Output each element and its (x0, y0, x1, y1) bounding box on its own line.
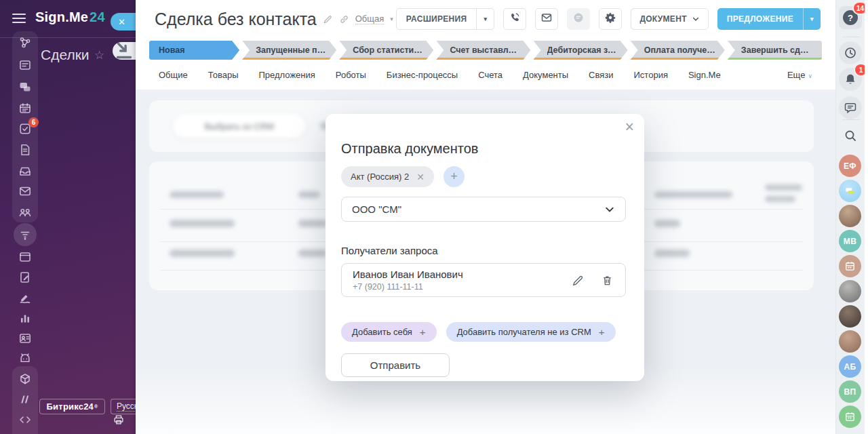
messenger-button[interactable] (839, 96, 862, 119)
menu-icon[interactable] (12, 14, 26, 23)
document-chip: Акт (Россия) 2 ✕ (341, 166, 434, 187)
favorite-star-icon[interactable]: ☆ (94, 48, 104, 62)
tab-1[interactable]: Общие (159, 70, 188, 80)
tasks-icon[interactable]: 6 (18, 122, 32, 136)
notifications-button[interactable]: 1 (839, 68, 862, 91)
document-button[interactable]: ДОКУМЕНТ (631, 8, 708, 30)
document-chips: Акт (Россия) 2 ✕ + (341, 166, 465, 187)
link-icon[interactable] (339, 14, 349, 24)
avatar-initials[interactable]: АБ (839, 355, 861, 378)
close-icon[interactable]: × (625, 119, 634, 135)
tab-2[interactable]: Товары (208, 70, 239, 80)
avatar-initials[interactable]: МВ (839, 230, 861, 252)
close-slider-button[interactable]: ✕ (111, 13, 136, 31)
document-label: ДОКУМЕНТ (639, 14, 686, 24)
printer-icon[interactable] (113, 414, 125, 426)
bitrix24-logo-button[interactable]: Битрикс24® (39, 399, 105, 414)
calendar-icon[interactable] (18, 102, 32, 115)
tab-10[interactable]: Sign.Me (688, 70, 721, 80)
blurred-cell (298, 220, 327, 227)
signature-icon[interactable] (18, 291, 32, 304)
chat-lines-icon (844, 101, 857, 115)
messenger-avatar[interactable] (839, 180, 861, 202)
collapse-icon (113, 39, 136, 62)
avatar-initials[interactable]: ВП (839, 380, 861, 403)
edit-recipient-icon[interactable] (572, 274, 585, 287)
sites-icon[interactable] (18, 250, 32, 264)
analytics-icon[interactable] (18, 311, 32, 325)
drive-icon[interactable] (18, 164, 32, 178)
offer-button[interactable]: ПРЕДЛОЖЕНИЕ ▾ (717, 8, 821, 30)
add-self-button[interactable]: Добавить себя+ (341, 322, 437, 342)
settings-button[interactable] (599, 8, 622, 30)
tab-more[interactable]: Еще∨ (787, 70, 812, 80)
stage-1[interactable]: Новая (149, 41, 239, 60)
clock-icon (844, 46, 857, 60)
add-external-recipient-button[interactable]: Добавить получателя не из CRM+ (446, 322, 616, 342)
help-button[interactable]: ? 14 (839, 6, 862, 29)
extensions-button[interactable]: РАСШИРЕНИЯ ▾ (396, 8, 495, 30)
edit-title-icon[interactable] (323, 14, 333, 24)
offer-dropdown[interactable]: ▾ (803, 8, 821, 30)
avatar-photo[interactable] (839, 330, 861, 353)
stage-6[interactable]: Оплата получена, по... (631, 41, 725, 60)
add-document-button[interactable]: + (443, 166, 465, 187)
marketing-icon[interactable] (18, 393, 32, 406)
company-select[interactable]: ООО "СМ" (341, 197, 626, 222)
contacts-icon[interactable] (18, 332, 32, 345)
extensions-dropdown[interactable]: ▾ (476, 9, 494, 29)
page-title: Сделки (41, 47, 90, 63)
chat-disabled-icon (572, 12, 585, 26)
chat-icon[interactable] (18, 81, 32, 94)
settings-icon (604, 12, 616, 26)
tab-3[interactable]: Предложения (258, 70, 315, 80)
mail-button[interactable] (535, 8, 558, 30)
document-icon[interactable] (18, 143, 32, 157)
tab-4[interactable]: Роботы (336, 70, 366, 80)
avatar-initials[interactable]: ЕФ (839, 155, 861, 177)
time-tracking-button[interactable] (839, 41, 862, 64)
apps-icon[interactable] (18, 372, 32, 386)
avatar-photo[interactable] (839, 205, 861, 227)
doc-edit-icon[interactable] (18, 271, 32, 284)
delete-recipient-icon[interactable] (601, 274, 614, 287)
language-selector[interactable]: Русск (111, 399, 136, 414)
avatar-photo[interactable] (839, 280, 861, 302)
collapse-panel-button[interactable] (113, 42, 136, 60)
chevron-down-icon (604, 204, 615, 215)
search-button[interactable] (839, 124, 862, 147)
calendar-avatar[interactable] (839, 255, 861, 277)
tab-9[interactable]: История (634, 70, 668, 80)
stage-7[interactable]: Завершить сделку (728, 41, 822, 60)
tab-5[interactable]: Бизнес-процессы (387, 70, 458, 80)
mail-icon[interactable] (18, 184, 32, 198)
community-icon[interactable] (18, 36, 32, 50)
stage-label: Новая (159, 45, 194, 55)
blurred-column-header (765, 196, 795, 202)
language-label: Русск (117, 401, 136, 412)
offer-label: ПРЕДЛОЖЕНИЕ (717, 14, 803, 24)
select-from-crm-button[interactable]: Выбрать из CRM (173, 114, 306, 138)
brand-suffix: 24 (90, 9, 105, 24)
brand-name: Sign.Me (35, 9, 88, 24)
send-button[interactable]: Отправить (341, 353, 450, 377)
people-icon[interactable] (18, 205, 32, 219)
automation-icon[interactable] (18, 352, 32, 366)
pipeline-category[interactable]: Общая (355, 14, 384, 24)
tab-7[interactable]: Документы (523, 70, 568, 80)
calendar-avatar[interactable] (839, 406, 861, 428)
stage-2[interactable]: Запущенные проекты (242, 41, 336, 60)
stage-3[interactable]: Сбор статистики, по... (339, 41, 433, 60)
remove-chip-icon[interactable]: ✕ (416, 172, 425, 182)
stage-4[interactable]: Счет выставлен, ожи... (436, 41, 530, 60)
tab-8[interactable]: Связи (589, 70, 613, 80)
crm-funnel-icon[interactable] (18, 228, 32, 241)
recipient-phone: +7 (920) 111-11-11 (353, 282, 423, 292)
feed-icon[interactable] (18, 58, 32, 72)
phone-button[interactable] (503, 8, 526, 30)
avatar-photo[interactable] (839, 305, 861, 328)
devops-icon[interactable] (18, 413, 32, 427)
stage-5[interactable]: Дебиторская задолж... (534, 41, 628, 60)
tab-6[interactable]: Счета (478, 70, 502, 80)
chevron-down-icon: ▾ (390, 16, 393, 22)
